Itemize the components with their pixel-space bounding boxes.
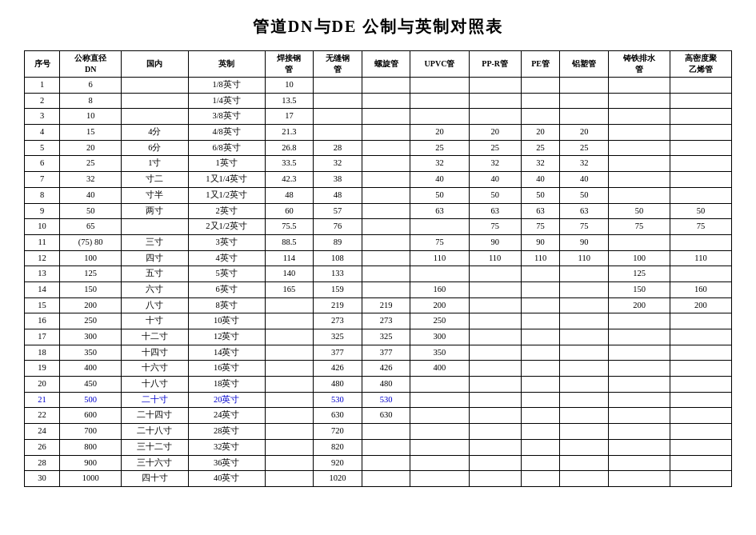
table-row: 26800三十二寸32英寸820 (25, 439, 732, 455)
table-row: 16250十寸10英寸273273250 (25, 313, 732, 329)
table-row: 5206分6/8英寸26.82825252525 (25, 140, 732, 156)
table-row: 11(75) 80三寸3英寸88.58975909090 (25, 234, 732, 250)
table-row: 10652又1/2英寸75.5767575757575 (25, 219, 732, 235)
col-header-upvc: UPVC管 (410, 51, 469, 78)
main-table: 序号 公称直径DN 国内 英制 焊接钢管 无缝钢管 螺旋管 UPVC管 PP-R… (24, 50, 732, 487)
table-row: 22600二十四寸24英寸630630 (25, 408, 732, 424)
col-header-wufeng: 无缝钢管 (314, 51, 362, 78)
table-row: 840寸半1又1/2英寸484850505050 (25, 187, 732, 203)
col-header-yingzhi: 英制 (188, 51, 265, 78)
table-row: 281/4英寸13.5 (25, 93, 732, 109)
col-header-hanjie: 焊接钢管 (265, 51, 314, 78)
col-header-luoxuan: 螺旋管 (362, 51, 410, 78)
table-row: 161/8英寸10 (25, 78, 732, 94)
table-row: 20450十八寸18英寸480480 (25, 377, 732, 393)
table-row: 6251寸1英寸33.53232323232 (25, 156, 732, 172)
table-row: 24700二十八寸28英寸720 (25, 424, 732, 440)
table-row: 3103/8英寸17 (25, 109, 732, 125)
col-header-id: 序号 (25, 51, 60, 78)
table-row: 17300十二寸12英寸325325300 (25, 329, 732, 345)
col-header-dn: 公称直径DN (60, 51, 122, 78)
table-row: 19400十六寸16英寸426426400 (25, 361, 732, 377)
table-row: 21500二十寸20英寸530530 (25, 392, 732, 408)
col-header-lvsumg: 铝塑管 (560, 51, 609, 78)
table-row: 950两寸2英寸6057636363635050 (25, 203, 732, 219)
table-row: 12100四寸4英寸114108110110110110100110 (25, 250, 732, 266)
col-header-guonei: 国内 (122, 51, 188, 78)
col-header-ppr: PP-R管 (469, 51, 521, 78)
table-row: 13125五寸5英寸140133125 (25, 266, 732, 282)
col-header-gaomi: 高密度聚乙烯管 (670, 51, 731, 78)
table-row: 14150六寸6英寸165159160150160 (25, 281, 732, 297)
col-header-zhutie: 铸铁排水管 (609, 51, 670, 78)
col-header-pe: PE管 (521, 51, 560, 78)
table-row: 15200八寸8英寸219219200200200 (25, 297, 732, 313)
table-row: 732寸二1又1/4英寸42.33840404040 (25, 172, 732, 188)
table-row: 4154分4/8英寸21.320202020 (25, 125, 732, 141)
table-row: 28900三十六寸36英寸920 (25, 455, 732, 471)
table-row: 18350十四寸14英寸377377350 (25, 345, 732, 361)
table-row: 301000四十寸40英寸1020 (25, 471, 732, 487)
page-title: 管道DN与DE 公制与英制对照表 (24, 16, 732, 38)
